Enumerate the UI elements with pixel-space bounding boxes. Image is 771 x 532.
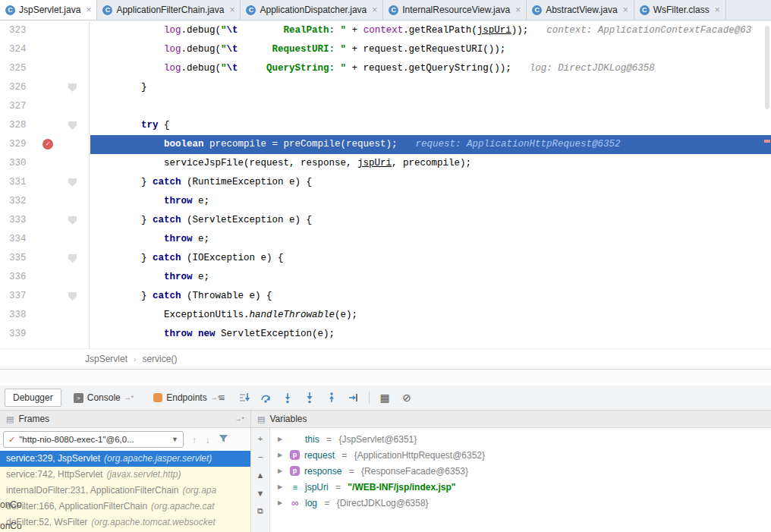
variable-row[interactable]: ▶∞log = {DirectJDKLog@6358} [270,495,771,511]
chevron-right-icon[interactable]: ▶ [278,483,285,490]
breakpoint-icon[interactable]: ✓ [42,139,53,150]
move-watch-down-button[interactable]: ▼ [254,486,267,499]
close-tab-icon[interactable]: × [515,5,521,15]
variable-row[interactable]: ▶this = {JspServlet@6351} [270,431,771,447]
view-breakpoints-icon[interactable]: ▦ [378,391,392,405]
code-editor[interactable]: 323324325326327328329✓330331332333334335… [0,21,771,348]
add-watch-button[interactable]: + [254,432,267,445]
layout-menu-icon[interactable]: ≡ [215,391,228,405]
code-line[interactable]: } [90,78,771,97]
fold-marker-icon[interactable] [68,216,77,225]
code-line[interactable]: ExceptionUtils.handleThrowable(e); [90,306,771,325]
chevron-right-icon[interactable]: ▶ [278,452,285,458]
close-tab-icon[interactable]: × [715,5,720,15]
code-line[interactable]: throw e; [90,192,771,211]
debug-tab-debugger[interactable]: Debugger [5,389,61,407]
editor-tab-jspservlet-java[interactable]: CJspServlet.java× [0,0,97,20]
code-line[interactable]: log.debug("\t QueryString: " + request.g… [90,59,771,78]
editor-tab-applicationdispatcher-java[interactable]: CApplicationDispatcher.java× [241,0,383,20]
run-to-cursor-icon[interactable] [347,391,360,405]
variable-row[interactable]: ▶≡jspUri = "/WEB-INF/jsp/index.jsp" [270,479,771,495]
code-line[interactable]: } catch (Throwable e) { [90,287,771,306]
frames-panel-icon: ▤ [6,414,14,424]
chevron-right-icon[interactable]: ▶ [278,467,285,474]
fold-marker-icon[interactable] [68,254,77,263]
equals-sign: = [324,434,335,445]
code-text: } catch (IOException e) { [96,253,284,263]
breadcrumb: JspServlet › service() [0,348,771,369]
stack-frame-row[interactable]: service:742, HttpServlet(javax.servlet.h… [0,467,250,483]
fold-marker-icon[interactable] [68,121,77,130]
breadcrumb-class[interactable]: JspServlet [85,354,127,364]
close-tab-icon[interactable]: × [86,5,91,15]
chevron-right-icon[interactable]: ▶ [278,499,285,506]
equals-sign: = [333,482,344,493]
code-line[interactable]: boolean precompile = preCompile(request)… [90,135,771,154]
fold-marker-icon[interactable] [68,178,77,187]
variables-panel-header: ▤ Variables [251,411,771,427]
variable-row[interactable]: ▶presponse = {ResponseFacade@6353} [270,463,771,479]
line-number: 325 [9,59,27,78]
duplicate-watch-button[interactable]: ⧉ [254,505,267,518]
chevron-right-icon[interactable]: ▶ [278,436,285,442]
console-icon: > [74,393,83,403]
next-frame-button[interactable]: ↓ [206,434,211,445]
close-tab-icon[interactable]: × [623,5,628,15]
debug-tool-window: Debugger>Console→*Endpoints→* ≡▦⊘ ▤ Fram… [0,369,771,532]
mute-breakpoints-icon[interactable]: ⊘ [400,391,414,405]
fold-marker-icon[interactable] [68,83,77,92]
thread-selector-dropdown[interactable]: ✓ "http-nio-8080-exec-1"@6,0... ▼ [3,431,184,448]
gutter-line: 338 [0,306,89,325]
editor-tab-bar: CJspServlet.java×CApplicationFilterChain… [0,0,771,20]
gutter-line: 326 [0,78,89,97]
code-line[interactable]: log.debug("\t RequestURI: " + request.ge… [90,40,771,59]
previous-frame-button[interactable]: ↑ [192,434,197,445]
editor-tab-applicationfilterchain-java[interactable]: CApplicationFilterChain.java× [97,0,241,20]
force-step-into-icon[interactable] [303,391,316,405]
step-out-icon[interactable] [325,391,338,405]
step-into-icon[interactable] [281,391,294,405]
editor-tab-abstractview-java[interactable]: CAbstractView.java× [527,0,634,20]
debug-tab-console[interactable]: >Console→* [66,389,142,406]
code-text: serviceJspFile(request, response, jspUri… [96,158,471,168]
debug-tabs: Debugger>Console→*Endpoints→* [5,389,228,407]
code-text: throw e; [96,234,209,244]
variable-row[interactable]: ▶prequest = {ApplicationHttpRequest@6352… [270,447,771,463]
editor-code-area[interactable]: log.debug("\t RealPath: " + context.getR… [90,21,771,348]
breadcrumb-method[interactable]: service() [142,354,177,364]
move-watch-up-button[interactable]: ▲ [254,468,267,481]
debug-window-top-strip [0,370,771,386]
code-line[interactable]: throw new ServletException(e); [90,325,771,344]
step-over-icon[interactable] [259,391,272,405]
code-line[interactable]: try { [90,116,771,135]
code-line[interactable]: } catch (ServletException e) { [90,211,771,230]
line-number: 329 [9,135,27,154]
code-line[interactable]: } catch (RuntimeException e) { [90,173,771,192]
code-line[interactable]: throw e; [90,230,771,249]
debugger-inline-hint: context: ApplicationContextFacade@63 [546,25,751,36]
stack-frame-row[interactable]: internalDoFilter:231, ApplicationFilterC… [0,483,250,499]
frames-options-icon[interactable]: →* [234,415,244,423]
close-tab-icon[interactable]: × [229,5,234,15]
editor-tab-wsfilter-class[interactable]: CWsFilter.class× [634,0,726,20]
editor-tab-internalresourceview-java[interactable]: CInternalResourceView.java× [383,0,527,20]
gutter-line: 325 [0,59,89,78]
remove-watch-button[interactable]: − [254,450,267,463]
editor-scrollbar-thumb[interactable] [765,26,769,109]
code-line[interactable]: serviceJspFile(request, response, jspUri… [90,154,771,173]
code-line[interactable] [90,97,771,116]
stack-frame-row[interactable]: service:329, JspServlet(org.apache.jaspe… [0,451,250,467]
fold-marker-icon[interactable] [68,292,77,301]
hide-library-frames-icon[interactable] [219,433,228,446]
code-line[interactable]: log.debug("\t RealPath: " + context.getR… [90,21,771,40]
code-line[interactable]: throw e; [90,268,771,287]
stack-frame-row[interactable]: doFilter:166, ApplicationFilterChain(org… [0,499,250,515]
code-line[interactable]: } catch (IOException e) { [90,249,771,268]
debugger-inline-hint: request: ApplicationHttpRequest@6352 [416,139,621,150]
endpoints-icon [153,393,162,402]
code-text: } catch (RuntimeException e) { [96,177,312,187]
error-stripe-breakpoint-mark[interactable] [764,140,770,143]
close-tab-icon[interactable]: × [372,5,377,15]
show-execution-point-icon[interactable] [237,391,250,405]
stack-frame-row[interactable]: doFilter:52, WsFilter(org.apache.tomcat.… [0,515,250,530]
